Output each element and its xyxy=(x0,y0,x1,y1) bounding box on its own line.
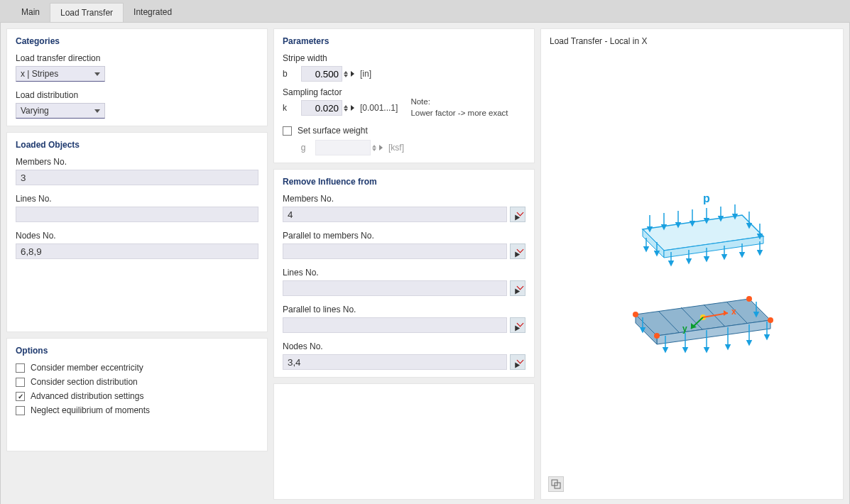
distribution-label: Load distribution xyxy=(16,90,258,100)
opt-eccentricity-checkbox[interactable] xyxy=(16,363,25,373)
preview-popout-button[interactable] xyxy=(548,476,564,492)
ri-members-pick-button[interactable] xyxy=(510,207,525,222)
svg-point-29 xyxy=(768,317,773,323)
b-unit: [in] xyxy=(360,69,371,79)
b-stepper-down[interactable] xyxy=(344,75,348,77)
load-transfer-diagram-icon: p xyxy=(600,187,785,357)
blank-panel xyxy=(273,383,535,500)
loaded-nodes-label: Nodes No. xyxy=(16,231,258,241)
stripe-width-label: Stripe width xyxy=(283,53,398,63)
options-panel: Options Consider member eccentricity Con… xyxy=(6,338,268,451)
opt-section-dist-checkbox[interactable] xyxy=(16,378,25,387)
parameters-panel: Parameters Stripe width b xyxy=(273,28,535,163)
loaded-nodes-input[interactable] xyxy=(16,243,258,259)
remove-influence-panel: Remove Influence from Members No. Parall… xyxy=(273,169,535,378)
distribution-value: Varying xyxy=(21,106,49,116)
k-arrow-button[interactable] xyxy=(351,105,354,111)
opt-neglect-eq-checkbox[interactable] xyxy=(16,406,25,415)
g-symbol: g xyxy=(297,143,310,153)
g-input xyxy=(315,140,371,155)
direction-value: x | Stripes xyxy=(21,69,58,79)
preview-title: Load Transfer - Local in X xyxy=(550,36,834,46)
chevron-down-icon xyxy=(94,109,100,113)
loaded-members-input[interactable] xyxy=(16,170,258,185)
categories-panel: Categories Load transfer direction x | S… xyxy=(6,28,268,126)
set-surface-weight-checkbox[interactable] xyxy=(283,126,292,136)
ri-members-label: Members No. xyxy=(283,194,525,204)
loaded-objects-title: Loaded Objects xyxy=(16,140,258,150)
b-input[interactable] xyxy=(301,66,342,82)
ri-parallel-lines-pick-button[interactable] xyxy=(510,317,525,333)
options-title: Options xyxy=(16,346,258,356)
ri-nodes-input[interactable] xyxy=(283,354,507,370)
k-unit: [0.001...1] xyxy=(360,103,398,113)
parameters-title: Parameters xyxy=(283,36,525,46)
tab-integrated[interactable]: Integrated xyxy=(124,3,182,22)
ri-parallel-members-label: Parallel to members No. xyxy=(283,231,525,241)
opt-section-dist-label: Consider section distribution xyxy=(31,377,138,387)
g-unit: [ksf] xyxy=(388,143,404,153)
ri-parallel-members-input[interactable] xyxy=(283,243,507,259)
note-text: Lower factor -> more exact xyxy=(410,107,508,119)
opt-advanced-dist-label: Advanced distribution settings xyxy=(31,391,143,401)
loaded-lines-input[interactable] xyxy=(16,207,258,222)
loaded-lines-label: Lines No. xyxy=(16,194,258,204)
direction-label: Load transfer direction xyxy=(16,53,258,63)
preview-p-label: p xyxy=(703,192,710,204)
svg-text:x: x xyxy=(731,307,736,317)
chevron-down-icon xyxy=(94,72,100,76)
k-stepper-down[interactable] xyxy=(344,109,348,111)
k-input[interactable] xyxy=(301,100,342,116)
ri-members-input[interactable] xyxy=(283,207,507,222)
distribution-select[interactable]: Varying xyxy=(16,103,105,119)
opt-neglect-eq-label: Neglect equilibrium of moments xyxy=(31,405,150,415)
tab-load-transfer[interactable]: Load Transfer xyxy=(50,3,124,22)
opt-eccentricity-label: Consider member eccentricity xyxy=(31,363,143,373)
b-symbol: b xyxy=(283,69,295,79)
svg-point-28 xyxy=(746,296,752,302)
svg-text:y: y xyxy=(682,324,687,334)
b-stepper-up[interactable] xyxy=(344,71,348,74)
svg-point-30 xyxy=(654,333,660,339)
ri-nodes-label: Nodes No. xyxy=(283,341,525,351)
g-stepper-up xyxy=(372,145,376,148)
remove-influence-title: Remove Influence from xyxy=(283,177,525,187)
direction-select[interactable]: x | Stripes xyxy=(16,66,105,82)
opt-advanced-dist-checkbox[interactable] xyxy=(16,392,25,401)
ri-parallel-members-pick-button[interactable] xyxy=(510,243,525,259)
categories-title: Categories xyxy=(16,36,258,46)
ri-parallel-lines-label: Parallel to lines No. xyxy=(283,305,525,314)
k-symbol: k xyxy=(283,103,295,113)
ri-nodes-pick-button[interactable] xyxy=(510,354,525,370)
svg-point-27 xyxy=(633,312,638,317)
ri-lines-input[interactable] xyxy=(283,280,507,296)
ri-parallel-lines-input[interactable] xyxy=(283,317,507,333)
ri-lines-pick-button[interactable] xyxy=(510,280,525,296)
sampling-factor-label: Sampling factor xyxy=(283,87,398,97)
loaded-members-label: Members No. xyxy=(16,157,258,167)
preview-canvas: p xyxy=(550,52,834,492)
note-label: Note: xyxy=(410,96,508,107)
k-stepper-up[interactable] xyxy=(344,105,348,108)
preview-panel: Load Transfer - Local in X p xyxy=(540,28,844,500)
tab-main[interactable]: Main xyxy=(11,3,50,22)
g-stepper-down xyxy=(372,148,376,151)
b-arrow-button[interactable] xyxy=(351,71,354,77)
ri-lines-label: Lines No. xyxy=(283,268,525,278)
loaded-objects-panel: Loaded Objects Members No. Lines No. Nod… xyxy=(6,132,268,332)
g-arrow-button xyxy=(379,145,383,150)
set-surface-weight-label: Set surface weight xyxy=(298,126,368,136)
